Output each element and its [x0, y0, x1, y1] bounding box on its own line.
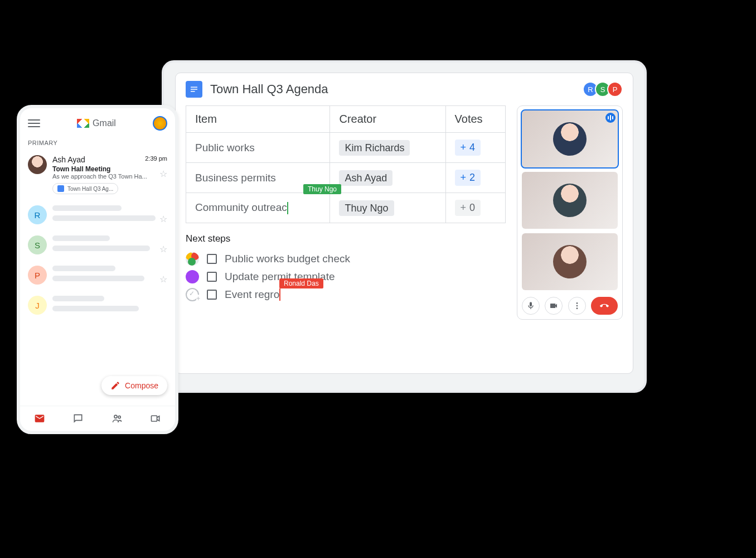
- nav-meet-icon[interactable]: [149, 412, 162, 425]
- docs-window: Town Hall Q3 Agenda R S P Item Creator V…: [175, 73, 633, 374]
- star-icon[interactable]: ☆: [159, 169, 167, 179]
- email-item-placeholder[interactable]: P ☆: [20, 260, 175, 290]
- mic-button[interactable]: [522, 297, 540, 315]
- email-snippet: As we approach the Q3 Town Ha...: [52, 173, 167, 180]
- meet-participant-tile[interactable]: [522, 233, 618, 290]
- th-item: Item: [186, 106, 330, 133]
- email-item-placeholder[interactable]: J: [20, 290, 175, 320]
- speaking-indicator-icon: [605, 113, 616, 123]
- creator-chip[interactable]: Kim Richards: [339, 140, 410, 156]
- camera-button[interactable]: [545, 297, 563, 315]
- star-icon[interactable]: ☆: [159, 214, 167, 224]
- svg-point-3: [576, 302, 578, 304]
- creator-chip[interactable]: Thuy Ngo: [339, 200, 394, 216]
- svg-rect-0: [191, 87, 197, 88]
- gmail-bottom-nav: [20, 406, 175, 431]
- collab-cursor-icon: [287, 202, 288, 214]
- gmail-brand-text: Gmail: [93, 118, 116, 128]
- sender-avatar[interactable]: [28, 155, 47, 174]
- checkbox-icon[interactable]: [207, 254, 217, 264]
- email-time: 2:39 pm: [145, 155, 167, 162]
- collab-cursor-label: Ronald Das: [279, 278, 323, 288]
- checkbox-icon[interactable]: [207, 290, 217, 300]
- plus-icon: +: [461, 142, 467, 153]
- vote-chip[interactable]: +0: [455, 200, 481, 216]
- attachment-name: Town Hall Q3 Ag...: [67, 186, 113, 192]
- participant-video-placeholder: [553, 122, 587, 156]
- assignee-multi-icon[interactable]: [186, 252, 199, 266]
- step-row[interactable]: Update permit template: [186, 268, 506, 286]
- compose-button[interactable]: Compose: [101, 376, 167, 395]
- next-steps-title: Next steps: [186, 233, 506, 244]
- gmail-logo: Gmail: [77, 118, 116, 128]
- meet-participant-tile[interactable]: [522, 172, 618, 229]
- attachment-chip[interactable]: Town Hall Q3 Ag...: [52, 183, 118, 194]
- sender-avatar[interactable]: P: [28, 266, 47, 285]
- docs-main: Item Creator Votes Public works Kim Rich…: [186, 105, 506, 320]
- sender-avatar[interactable]: R: [28, 205, 47, 224]
- th-creator: Creator: [330, 106, 445, 133]
- agenda-table[interactable]: Item Creator Votes Public works Kim Rich…: [186, 105, 506, 223]
- vote-chip[interactable]: +4: [455, 140, 481, 156]
- email-item-placeholder[interactable]: R ☆: [20, 200, 175, 230]
- nav-mail-icon[interactable]: [33, 412, 46, 425]
- svg-rect-8: [152, 416, 157, 421]
- creator-chip[interactable]: Ash Ayad: [339, 170, 392, 186]
- checkbox-icon[interactable]: [207, 272, 217, 282]
- google-docs-icon: [186, 81, 202, 98]
- star-icon[interactable]: ☆: [159, 244, 167, 254]
- account-avatar[interactable]: [153, 116, 167, 131]
- vote-chip[interactable]: +2: [455, 170, 481, 186]
- meet-controls: [522, 295, 618, 315]
- svg-point-4: [576, 305, 578, 307]
- compose-label: Compose: [125, 381, 158, 390]
- th-votes: Votes: [445, 106, 505, 133]
- plus-icon: +: [461, 202, 467, 214]
- svg-point-7: [118, 416, 120, 418]
- collaborator-avatar-p[interactable]: P: [607, 81, 623, 97]
- more-options-button[interactable]: [568, 297, 586, 315]
- collaborator-avatars: R S P: [586, 81, 623, 97]
- plus-icon: +: [461, 172, 467, 184]
- step-label[interactable]: Public works budget check: [225, 253, 350, 265]
- docs-title[interactable]: Town Hall Q3 Agenda: [210, 82, 578, 97]
- gmail-header: Gmail: [20, 108, 175, 135]
- cell-item[interactable]: Public works: [186, 133, 330, 163]
- hangup-button[interactable]: [591, 297, 618, 315]
- step-label[interactable]: Event regro Ronald Das: [225, 288, 280, 301]
- svg-rect-2: [191, 91, 195, 92]
- assign-person-icon[interactable]: [186, 288, 199, 301]
- table-row[interactable]: Public works Kim Richards +4: [186, 133, 506, 163]
- next-steps-section: Next steps Public works budget check Upd…: [186, 233, 506, 304]
- participant-video-placeholder: [553, 184, 587, 217]
- docs-header: Town Hall Q3 Agenda R S P: [176, 73, 633, 105]
- nav-spaces-icon[interactable]: [110, 412, 124, 425]
- sender-avatar[interactable]: J: [28, 296, 47, 315]
- step-row[interactable]: Event regro Ronald Das: [186, 286, 506, 304]
- star-icon[interactable]: ☆: [159, 274, 167, 285]
- svg-point-5: [576, 307, 578, 309]
- email-list[interactable]: Ash Ayad Town Hall Meeting As we approac…: [20, 150, 175, 406]
- phone-frame: Gmail PRIMARY Ash Ayad Town Hall Meeting…: [17, 105, 178, 434]
- table-row[interactable]: Community outreac Thuy Ngo Thuy Ngo +0: [186, 193, 506, 223]
- menu-icon[interactable]: [28, 117, 40, 129]
- step-row[interactable]: Public works budget check: [186, 250, 506, 268]
- inbox-tab-label[interactable]: PRIMARY: [20, 135, 175, 150]
- svg-rect-1: [191, 89, 197, 90]
- email-item-placeholder[interactable]: S ☆: [20, 230, 175, 260]
- collab-cursor-icon: [279, 288, 280, 301]
- assignee-avatar-icon[interactable]: [186, 270, 199, 283]
- collab-cursor-label: Thuy Ngo: [303, 184, 341, 194]
- sender-avatar[interactable]: S: [28, 235, 47, 254]
- meet-panel: [517, 105, 623, 320]
- nav-chat-icon[interactable]: [71, 412, 85, 425]
- svg-point-6: [114, 415, 117, 418]
- laptop-frame: Town Hall Q3 Agenda R S P Item Creator V…: [162, 60, 647, 393]
- gmail-logo-icon: [77, 119, 89, 128]
- participant-video-placeholder: [553, 245, 587, 278]
- meet-participant-tile[interactable]: [522, 110, 618, 167]
- table-row[interactable]: Business permits Ash Ayad +2: [186, 163, 506, 193]
- cell-item[interactable]: Community outreac Thuy Ngo: [186, 193, 330, 223]
- email-item[interactable]: Ash Ayad Town Hall Meeting As we approac…: [20, 150, 175, 200]
- email-subject: Town Hall Meeting: [52, 165, 167, 173]
